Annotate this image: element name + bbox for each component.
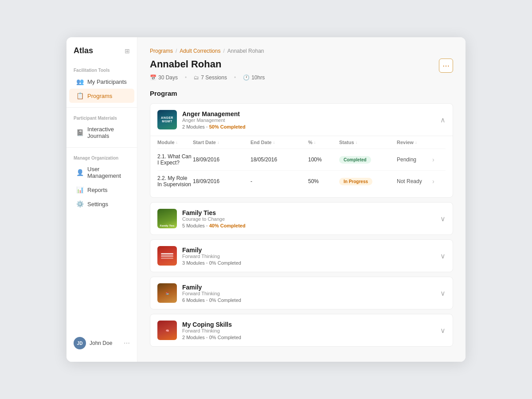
user-more-icon[interactable]: ⋯ xyxy=(124,340,130,347)
col-status: Status ↓ xyxy=(339,140,397,145)
program-card-header-family-ties[interactable]: Family Ties Family Ties Courage to Chang… xyxy=(150,203,453,235)
program-card-family-substance: 📚 Family Forward Thinking 6 Modules • 0%… xyxy=(150,277,453,309)
meta-sessions: 🗂 7 Sessions xyxy=(194,74,227,81)
program-thumb-family-substance: 📚 xyxy=(157,283,177,303)
sidebar-item-label: My Participants xyxy=(87,78,127,85)
program-sub: Forward Thinking xyxy=(182,254,435,259)
row-arrow[interactable]: › xyxy=(432,178,446,185)
sort-status-icon[interactable]: ↓ xyxy=(356,140,358,145)
review-cell: Not Ready xyxy=(397,178,432,184)
status-cell: Completed xyxy=(339,156,397,164)
sort-end-icon[interactable]: ↓ xyxy=(273,140,275,145)
sidebar-item-settings[interactable]: ⚙️ Settings xyxy=(69,197,134,211)
meta-days: 📅 30 Days xyxy=(150,74,178,81)
completion-text: 0% Completed xyxy=(209,335,241,340)
sidebar-item-label: User Management xyxy=(87,166,127,179)
chevron-down-icon: ∨ xyxy=(440,289,446,297)
program-thumb-coping: 🧠 xyxy=(157,321,177,340)
review-text: Pending xyxy=(397,156,416,163)
page-header: Annabel Rohan ⋯ xyxy=(150,59,453,73)
completion-text: 0% Completed xyxy=(209,297,241,303)
col-end-date: End Date ↓ xyxy=(250,140,308,145)
sort-module-icon[interactable]: ↓ xyxy=(176,140,178,145)
journals-icon: 📓 xyxy=(76,129,84,136)
sidebar-user-section: JD John Doe ⋯ xyxy=(66,332,137,355)
sort-start-icon[interactable]: ↓ xyxy=(217,140,219,145)
sidebar-item-label: Reports xyxy=(87,187,108,193)
sidebar-logo: Atlas ⊞ xyxy=(66,46,137,64)
completion-text: 0% Completed xyxy=(209,260,241,266)
col-review: Review ↓ xyxy=(397,140,432,145)
start-date: 18/09/2016 xyxy=(193,178,250,184)
program-sub: Courage to Change xyxy=(182,216,435,222)
main-content: Programs / Adult Corrections / Annabel R… xyxy=(137,37,466,362)
program-card-header-coping[interactable]: 🧠 My Coping Skills Forward Thinking 2 Mo… xyxy=(150,314,453,346)
start-date: 18/09/2016 xyxy=(193,156,250,163)
program-thumb-family-ties: Family Ties xyxy=(157,209,177,228)
chevron-down-icon: ∨ xyxy=(440,215,446,223)
calendar-icon: 📅 xyxy=(150,74,156,81)
program-name: Family xyxy=(182,284,435,291)
program-sub: Forward Thinking xyxy=(182,291,435,296)
program-info-family-substance: Family Forward Thinking 6 Modules • 0% C… xyxy=(182,284,435,303)
sidebar-item-programs[interactable]: 📋 Programs xyxy=(69,89,134,103)
program-name: My Coping Skills xyxy=(182,321,435,328)
percent: 50% xyxy=(308,178,339,184)
review-cell: Pending xyxy=(397,156,432,163)
sessions-value: 7 Sessions xyxy=(201,74,227,81)
end-date: 18/05/2016 xyxy=(250,156,308,163)
manage-org-label: Manage Organization xyxy=(66,152,137,162)
breadcrumb-programs[interactable]: Programs xyxy=(150,48,173,54)
participants-icon: 👥 xyxy=(76,78,84,85)
reports-icon: 📊 xyxy=(76,186,84,193)
program-card-header-family-forward[interactable]: Family Forward Thinking 3 Modules • 0% C… xyxy=(150,240,453,272)
status-badge: Completed xyxy=(339,156,371,164)
page-more-button[interactable]: ⋯ xyxy=(439,59,453,73)
sidebar-username: John Doe xyxy=(90,340,120,346)
col-module: Module ↓ xyxy=(157,140,193,145)
program-stats: 2 Modules • 0% Completed xyxy=(182,335,435,340)
program-sub: Anger Management xyxy=(182,117,435,123)
sort-review-icon[interactable]: ↓ xyxy=(415,140,417,145)
module-name: 2.1. What Can I Expect? xyxy=(157,153,193,166)
sidebar-item-user-management[interactable]: 👤 User Management xyxy=(69,162,134,183)
app-name: Atlas xyxy=(74,46,93,55)
days-value: 30 Days xyxy=(158,74,178,81)
programs-icon: 📋 xyxy=(76,92,84,99)
sort-percent-icon[interactable]: ↓ xyxy=(314,140,316,145)
section-title: Program xyxy=(150,90,453,97)
program-card-family-ties: Family Ties Family Ties Courage to Chang… xyxy=(150,202,453,235)
program-stats: 5 Modules • 40% Completed xyxy=(182,223,435,228)
program-info-coping: My Coping Skills Forward Thinking 2 Modu… xyxy=(182,321,435,340)
sidebar-toggle-icon[interactable]: ⊞ xyxy=(125,47,130,55)
program-info-anger: Anger Management Anger Management 2 Modu… xyxy=(182,110,435,129)
row-arrow[interactable]: › xyxy=(432,156,446,163)
sidebar-divider-2 xyxy=(66,147,137,148)
breadcrumb-current: Annabel Rohan xyxy=(227,48,264,54)
program-sub: Forward Thinking xyxy=(182,328,435,333)
sidebar-item-label: Interactive Journals xyxy=(87,126,127,139)
breadcrumb-adult-corrections[interactable]: Adult Corrections xyxy=(180,48,220,54)
facilitation-section-label: Facilitation Tools xyxy=(66,64,137,74)
avatar: JD xyxy=(74,337,86,349)
breadcrumb: Programs / Adult Corrections / Annabel R… xyxy=(150,48,453,54)
sidebar-item-label: Settings xyxy=(87,201,108,207)
sidebar-item-my-participants[interactable]: 👥 My Participants xyxy=(69,74,134,89)
review-text: Not Ready xyxy=(397,178,422,184)
chevron-down-icon: ∨ xyxy=(440,252,446,260)
program-card-header-family-substance[interactable]: 📚 Family Forward Thinking 6 Modules • 0%… xyxy=(150,277,453,309)
table-row: 2.1. What Can I Expect? 18/09/2016 18/05… xyxy=(157,149,446,171)
sidebar-item-interactive-journals[interactable]: 📓 Interactive Journals xyxy=(69,122,134,143)
program-stats: 3 Modules • 0% Completed xyxy=(182,260,435,266)
program-card-anger-management: ANGERMGMT Anger Management Anger Managem… xyxy=(150,103,453,198)
program-thumb-family-forward xyxy=(157,246,177,266)
sidebar-item-reports[interactable]: 📊 Reports xyxy=(69,183,134,197)
settings-icon: ⚙️ xyxy=(76,200,84,207)
status-cell: In Progress xyxy=(339,178,397,185)
main-inner: Programs / Adult Corrections / Annabel R… xyxy=(137,37,466,362)
program-name: Family xyxy=(182,246,435,254)
program-card-header-anger[interactable]: ANGERMGMT Anger Management Anger Managem… xyxy=(150,104,453,136)
col-percent: % ↓ xyxy=(308,140,339,145)
program-stats: 6 Modules • 0% Completed xyxy=(182,297,435,303)
program-card-coping-skills: 🧠 My Coping Skills Forward Thinking 2 Mo… xyxy=(150,314,453,347)
